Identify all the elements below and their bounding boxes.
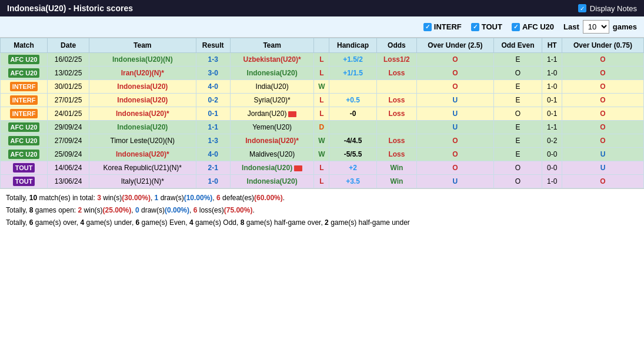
tout-checkbox[interactable]: ✓ [471,23,479,31]
ou25-cell: O [417,161,493,175]
summary-line2: Totally, 8 games open: 2 win(s)(25.00%),… [6,205,638,216]
interf-checkbox[interactable]: ✓ [423,23,432,31]
oe-cell: O [493,107,542,121]
match-type-cell: AFC U20 [1,53,48,67]
col-handicap: Handicap [329,38,376,53]
ou25-cell: O [417,148,493,161]
handicap-cell: +1/1.5 [329,67,376,80]
col-date: Date [48,38,89,53]
team1-cell: Italy(U21)(N)* [89,175,196,188]
afcu20-checkbox[interactable]: ✓ [512,23,520,31]
col-ou25: Over Under (2.5) [417,38,493,53]
last-label: Last [563,22,579,31]
team1-cell: Indonesia(U20) [89,80,196,94]
col-team2: Team [230,38,314,53]
match-type-cell: TOUT [1,175,48,188]
odds-cell: Loss [376,94,416,107]
result-cell: 0-1 [196,107,230,121]
date-cell: 25/09/24 [48,148,89,161]
handicap-cell: -4/4.5 [329,134,376,148]
team1-cell: Indonesia(U20) [89,94,196,107]
ht-cell: 1-1 [542,121,562,134]
oe-cell: E [493,134,542,148]
odds-cell: Win [376,175,416,188]
oe-cell: E [493,121,542,134]
table-row: AFC U20 27/09/24 Timor Leste(U20)(N) 1-3… [1,134,644,148]
match-type-cell: AFC U20 [1,67,48,80]
wdl-cell: W [314,134,329,148]
team2-cell: India(U20) [230,80,314,94]
ou075-cell: O [562,107,643,121]
ou075-cell: U [562,148,643,161]
team2-cell: Uzbekistan(U20)* [230,53,314,67]
team1-cell: Indonesia(U20)* [89,107,196,121]
team2-cell: Yemen(U20) [230,121,314,134]
header-title: Indonesia(U20) - Historic scores [7,4,133,13]
handicap-cell [329,121,376,134]
result-cell: 0-2 [196,94,230,107]
date-cell: 13/02/25 [48,67,89,80]
match-type-cell: TOUT [1,161,48,175]
ou25-cell: U [417,107,493,121]
odds-cell: Loss [376,148,416,161]
wdl-cell: L [314,67,329,80]
oe-cell: O [493,161,542,175]
display-notes-container: ✓ Display Notes [578,4,637,13]
ou075-cell: O [562,134,643,148]
afcu20-filter[interactable]: ✓ AFC U20 [512,22,554,31]
ht-cell: 0-1 [542,107,562,121]
match-type-cell: AFC U20 [1,148,48,161]
odds-cell [376,121,416,134]
summary-line3: Totally, 6 game(s) over, 4 game(s) under… [6,217,638,228]
wdl-cell: L [314,107,329,121]
ou075-cell: U [562,161,643,175]
table-row: INTERF 27/01/25 Indonesia(U20) 0-2 Syria… [1,94,644,107]
filter-bar: ✓ INTERF ✓ TOUT ✓ AFC U20 Last 10 20 30 … [0,16,644,38]
odds-cell: Loss1/2 [376,53,416,67]
games-select[interactable]: 10 20 30 [583,20,609,34]
table-row: INTERF 30/01/25 Indonesia(U20) 4-0 India… [1,80,644,94]
wdl-cell: W [314,80,329,94]
team2-cell: Maldives(U20) [230,148,314,161]
ht-cell: 1-0 [542,80,562,94]
date-cell: 27/01/25 [48,94,89,107]
afcu20-label: AFC U20 [522,22,554,31]
odds-cell: Win [376,161,416,175]
display-notes-checkbox[interactable]: ✓ [578,4,586,12]
result-cell: 1-3 [196,53,230,67]
col-ou075: Over Under (0.75) [562,38,643,53]
ou075-cell: O [562,94,643,107]
col-odds: Odds [376,38,416,53]
col-oe: Odd Even [493,38,542,53]
odds-cell [376,80,416,94]
team1-cell: Korea Republic(U21)(N)* [89,161,196,175]
oe-cell: E [493,80,542,94]
handicap-cell: -5/5.5 [329,148,376,161]
scores-table: Match Date Team Result Team Handicap Odd… [0,38,644,188]
result-cell: 1-3 [196,134,230,148]
team2-cell: Jordan(U20) [230,107,314,121]
ou25-cell: O [417,134,493,148]
odds-cell: Loss [376,107,416,121]
date-cell: 24/01/25 [48,107,89,121]
red-card-icon [288,111,296,117]
ou25-cell: U [417,94,493,107]
team1-cell: Timor Leste(U20)(N) [89,134,196,148]
table-row: AFC U20 16/02/25 Indonesia(U20)(N) 1-3 U… [1,53,644,67]
table-row: AFC U20 25/09/24 Indonesia(U20)* 4-0 Mal… [1,148,644,161]
oe-cell: E [493,53,542,67]
wdl-cell: L [314,161,329,175]
summary-section: Totally, 10 match(es) in total: 3 win(s)… [0,188,644,234]
oe-cell: E [493,94,542,107]
match-type-cell: AFC U20 [1,134,48,148]
interf-filter[interactable]: ✓ INTERF [423,22,462,31]
match-type-cell: INTERF [1,107,48,121]
table-row: AFC U20 29/09/24 Indonesia(U20) 1-1 Yeme… [1,121,644,134]
wdl-cell: L [314,175,329,188]
col-ht: HT [542,38,562,53]
team1-cell: Indonesia(U20)(N) [89,53,196,67]
tout-filter[interactable]: ✓ TOUT [471,22,502,31]
ht-cell: 1-1 [542,53,562,67]
col-wdl [314,38,329,53]
result-cell: 1-1 [196,121,230,134]
